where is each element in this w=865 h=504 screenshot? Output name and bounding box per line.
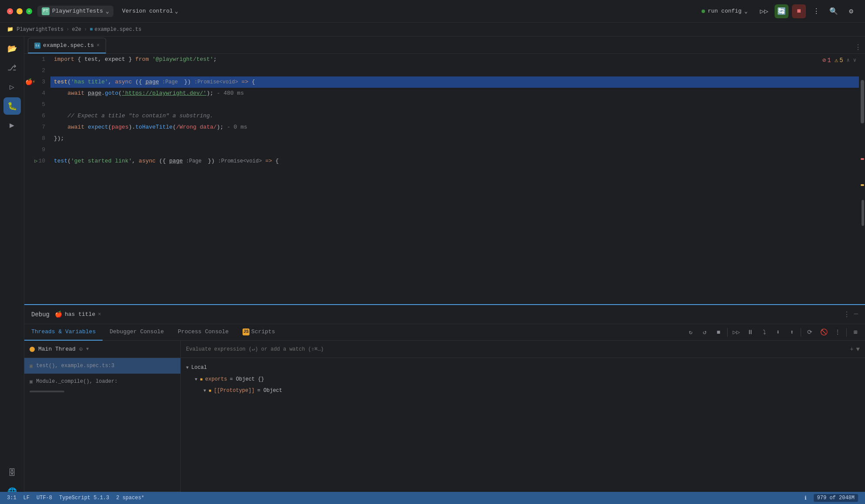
var-exports-name: exports	[205, 376, 227, 382]
version-control-button[interactable]: Version control ⌄	[119, 6, 182, 17]
evaluate-button[interactable]: ⟳	[804, 326, 816, 338]
code-line-5	[50, 99, 865, 110]
breadcrumb-folder[interactable]: e2e	[72, 27, 81, 33]
tab-bar: ts example.spec.ts × ⋮	[24, 36, 865, 54]
settings-icon[interactable]: ⚙	[844, 4, 858, 18]
evaluate-input[interactable]	[186, 346, 846, 352]
thread-frame-1[interactable]: ▣ test(), example.spec.ts:3	[24, 358, 180, 374]
breakpoint-icon[interactable]: 🍎	[25, 76, 33, 88]
code-line-8: });	[50, 133, 865, 144]
search-icon[interactable]: 🔍	[827, 4, 841, 18]
variables-scrollbar	[861, 341, 865, 492]
collapse-icon[interactable]: ∧	[847, 57, 850, 63]
variables-list: ▼ Local ▼ ■ exports = Object {} ▼	[181, 358, 865, 504]
sidebar-item-git[interactable]: ⎇	[3, 59, 21, 76]
tab-threads-variables[interactable]: Threads & Variables	[24, 324, 103, 341]
close-button[interactable]: ●	[7, 8, 13, 14]
code-line-4: await page . goto ( 'https://playwright.…	[50, 88, 865, 99]
tab-debugger-console[interactable]: Debugger Console	[103, 324, 171, 341]
debug-body: Main Thread ⊙ ▼ ▣ test(), example.spec.t…	[24, 341, 865, 504]
tab-file-icon: ts	[34, 43, 40, 49]
breadcrumb: 📁 PlaywrightTests › e2e › ■ example.spec…	[0, 23, 865, 36]
sidebar-item-play[interactable]: ▶	[3, 116, 21, 134]
run-to-cursor-button[interactable]: ▷▷	[730, 326, 742, 338]
project-selector[interactable]: PT PlaywrightTests ⌄	[37, 6, 113, 17]
code-editor: 1 2 🍎 ⚡ 3 4 5 6	[24, 54, 865, 304]
debug-more-options[interactable]: ⋮	[843, 310, 850, 319]
status-info-icon: ℹ	[805, 495, 807, 501]
threads-panel: Main Thread ⊙ ▼ ▣ test(), example.spec.t…	[24, 341, 181, 504]
scroll-thumb[interactable]	[861, 80, 864, 123]
debug-session-close[interactable]: ×	[98, 312, 101, 318]
tab-process-console[interactable]: Process Console	[171, 324, 236, 341]
line-5: 5	[24, 99, 45, 110]
pause-button[interactable]: ↺	[699, 326, 711, 338]
tab-close-button[interactable]: ×	[96, 43, 100, 49]
sidebar-item-run[interactable]: ▷	[3, 78, 21, 96]
maximize-button[interactable]: ●	[26, 8, 32, 14]
line-numbers: 1 2 🍎 ⚡ 3 4 5 6	[24, 54, 50, 304]
debug-minimize[interactable]: —	[854, 310, 858, 319]
breadcrumb-file[interactable]: ■ example.spec.ts	[90, 27, 141, 33]
status-indent[interactable]: 2 spaces*	[116, 495, 144, 501]
more-options-button[interactable]: ⋮	[809, 4, 823, 18]
thread-filter-icon[interactable]: ⊙	[79, 345, 83, 353]
line-1: 1	[24, 54, 45, 65]
run-config-label: run config	[708, 8, 742, 14]
var-prototype[interactable]: ▼ ■ [[Prototype]] = Object	[186, 385, 860, 396]
step-into-button[interactable]: ⬇	[772, 326, 784, 338]
error-warning-counts: ⊘ 1 ⚠ 5 ∧ ∨	[822, 56, 856, 64]
more-frames-indicator	[30, 391, 64, 392]
status-encoding[interactable]: UTF-8	[37, 495, 52, 501]
titlebar-actions: ▷▷ 🔄 ■ ⋮ 🔍 ⚙	[757, 4, 858, 18]
evaluate-dropdown-icon[interactable]: ▼	[856, 346, 860, 353]
titlebar: ● ● ● PT PlaywrightTests ⌄ Version contr…	[0, 0, 865, 23]
stop-button[interactable]: ■	[792, 4, 806, 18]
project-name: PlaywrightTests	[52, 8, 103, 14]
breadcrumb-project[interactable]: 📁 PlaywrightTests	[7, 26, 63, 33]
minimize-button[interactable]: ●	[17, 8, 23, 14]
sidebar-item-explorer[interactable]: 📂	[3, 40, 21, 57]
code-line-9	[50, 144, 865, 156]
tab-example-spec[interactable]: ts example.spec.ts ×	[28, 38, 106, 53]
version-control-arrow: ⌄	[175, 8, 178, 15]
var-exports[interactable]: ▼ ■ exports = Object {}	[186, 374, 860, 385]
resume-button[interactable]: ↻	[685, 326, 697, 338]
debug-button[interactable]: 🔄	[775, 4, 788, 18]
line-8: 8	[24, 133, 45, 144]
run-config-selector[interactable]: run config ⌄	[697, 6, 752, 17]
project-icon: PT	[42, 7, 50, 15]
step-out-button[interactable]: ⬆	[786, 326, 798, 338]
more-debug-options[interactable]: ⋮	[832, 326, 844, 338]
status-position[interactable]: 3:1	[7, 495, 17, 501]
thread-frame-2[interactable]: ▣ Module._compile(), loader:	[24, 374, 180, 389]
step-over-button[interactable]: ⤵	[758, 326, 770, 338]
debug-tabs: Threads & Variables Debugger Console Pro…	[24, 324, 865, 341]
run-all-button[interactable]: ▷▷	[757, 4, 771, 18]
debug-session-tab[interactable]: 🍎 has title ×	[55, 311, 101, 318]
traffic-lights: ● ● ●	[7, 8, 32, 14]
toolbar-sep2	[801, 328, 801, 337]
expand-icon[interactable]: ∨	[853, 57, 856, 63]
tab-scripts[interactable]: JS Scripts	[236, 324, 282, 341]
sidebar-item-database[interactable]: 🗄	[3, 464, 21, 481]
line-3: 🍎 ⚡ 3	[24, 76, 45, 88]
evaluate-bar: + ▼	[181, 341, 865, 358]
thread-dropdown-icon[interactable]: ▼	[86, 347, 89, 351]
status-line-ending[interactable]: LF	[23, 495, 30, 501]
code-content[interactable]: import { test , expect } from '@playwrig…	[50, 54, 865, 304]
sidebar-item-debug[interactable]: 🐛	[3, 97, 21, 115]
expand-editor-icon[interactable]: ⋮	[855, 43, 862, 52]
local-section-header[interactable]: ▼ Local	[186, 361, 860, 374]
stop-debug-button[interactable]: ■	[712, 326, 725, 338]
editor-area: ts example.spec.ts × ⋮ 1 2 🍎 ⚡	[24, 36, 865, 504]
status-language[interactable]: TypeScript 5.1.3	[59, 495, 109, 501]
add-watch-icon[interactable]: +	[850, 346, 853, 353]
main-thread-status	[30, 347, 35, 352]
layout-button[interactable]: ⊞	[849, 326, 862, 338]
pause-program-button[interactable]: ⏸	[744, 326, 756, 338]
code-line-6: // Expect a title "to contain" a substri…	[50, 110, 865, 122]
run-config-arrow: ⌄	[744, 8, 748, 15]
mute-button[interactable]: 🚫	[818, 326, 830, 338]
status-bar: 3:1 LF UTF-8 TypeScript 5.1.3 2 spaces* …	[0, 492, 865, 504]
